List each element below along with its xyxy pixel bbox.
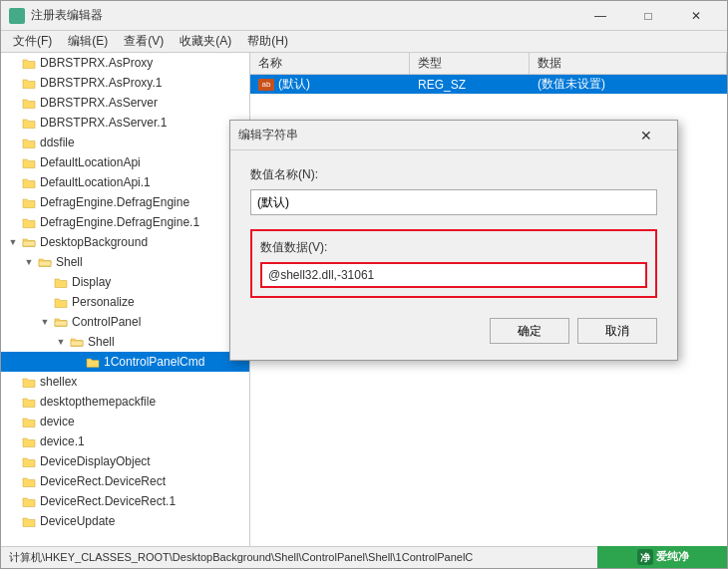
folder-icon: [21, 115, 37, 131]
menu-file[interactable]: 文件(F): [5, 31, 60, 52]
tree-expand-icon: [5, 194, 21, 210]
watermark: 净 爱纯净: [597, 546, 727, 568]
tree-item[interactable]: DeviceRect.DeviceRect.1: [1, 491, 249, 511]
tree-item-label: Display: [72, 275, 111, 289]
app-icon: [9, 8, 25, 24]
tree-item-label: DeviceRect.DeviceRect.1: [40, 494, 176, 508]
tree-item[interactable]: DeviceUpdate: [1, 511, 249, 531]
col-header-type: 类型: [410, 53, 530, 74]
folder-icon: [21, 75, 37, 91]
tree-item[interactable]: DeviceRect.DeviceRect: [1, 471, 249, 491]
tree-item-label: ddsfile: [40, 136, 75, 149]
tree-item[interactable]: device.1: [1, 431, 249, 451]
edit-string-dialog[interactable]: 编辑字符串 ✕ 数值名称(N): 数值数据(V): 确定 取消: [229, 120, 678, 361]
tree-item[interactable]: DBRSTPRX.AsServer: [1, 93, 249, 113]
tree-expand-icon: ▼: [53, 334, 69, 350]
folder-icon: [21, 493, 37, 509]
tree-expand-icon: [5, 95, 21, 111]
tree-item-label: Shell: [88, 335, 115, 349]
tree-item-label: DefaultLocationApi: [40, 155, 141, 169]
tree-item-label: device: [40, 415, 75, 428]
folder-icon: [21, 214, 37, 230]
dialog-close-button[interactable]: ✕: [623, 122, 669, 149]
tree-item[interactable]: ▼ControlPanel: [1, 312, 249, 332]
type-icon: ab: [258, 79, 274, 91]
close-button[interactable]: ✕: [673, 2, 719, 30]
tree-item[interactable]: ddsfile: [1, 133, 249, 152]
column-headers: 名称 类型 数据: [250, 53, 727, 75]
tree-item-label: DBRSTPRX.AsProxy.1: [40, 76, 162, 90]
tree-item[interactable]: DBRSTPRX.AsServer.1: [1, 113, 249, 133]
folder-icon: [53, 274, 69, 290]
tree-expand-icon: [5, 214, 21, 230]
folder-icon: [21, 513, 37, 529]
minimize-button[interactable]: —: [577, 2, 623, 30]
dialog-body: 数值名称(N): 数值数据(V): 确定 取消: [230, 150, 677, 360]
menu-bar: 文件(F) 编辑(E) 查看(V) 收藏夹(A) 帮助(H): [1, 31, 727, 53]
tree-expand-icon: [5, 115, 21, 131]
col-header-data: 数据: [530, 53, 727, 74]
reg-value-data: (数值未设置): [530, 76, 727, 93]
status-path: 计算机\HKEY_CLASSES_ROOT\DesktopBackground\…: [9, 550, 473, 565]
tree-item[interactable]: DefaultLocationApi.1: [1, 172, 249, 192]
tree-item[interactable]: DBRSTPRX.AsProxy.1: [1, 73, 249, 93]
svg-text:净: 净: [640, 552, 651, 563]
ok-button[interactable]: 确定: [490, 318, 569, 344]
tree-expand-icon: ▼: [37, 314, 53, 330]
tree-item[interactable]: DeviceDisplayObject: [1, 451, 249, 471]
tree-expand-icon: [5, 154, 21, 170]
tree-expand-icon: [5, 374, 21, 390]
menu-view[interactable]: 查看(V): [116, 31, 172, 52]
tree-expand-icon: [5, 55, 21, 71]
tree-expand-icon: [5, 473, 21, 489]
folder-icon: [21, 95, 37, 111]
tree-panel[interactable]: DBRSTPRX.AsProxyDBRSTPRX.AsProxy.1DBRSTP…: [1, 53, 250, 546]
cancel-button[interactable]: 取消: [577, 318, 657, 344]
data-input[interactable]: [260, 262, 647, 288]
tree-expand-icon: ▼: [5, 234, 21, 250]
tree-item[interactable]: 1ControlPanelCmd: [1, 352, 249, 372]
tree-item[interactable]: ▼Shell: [1, 332, 249, 352]
tree-item-label: Shell: [56, 255, 83, 269]
tree-item[interactable]: DBRSTPRX.AsProxy: [1, 53, 249, 73]
menu-help[interactable]: 帮助(H): [239, 31, 296, 52]
tree-expand-icon: [69, 354, 85, 370]
folder-icon: [21, 433, 37, 449]
tree-expand-icon: [5, 493, 21, 509]
name-input[interactable]: [250, 189, 657, 215]
reg-value-name: ab (默认): [250, 76, 410, 93]
tree-item-label: DBRSTPRX.AsServer: [40, 96, 158, 110]
tree-item[interactable]: ▼DesktopBackground: [1, 232, 249, 252]
tree-expand-icon: [5, 433, 21, 449]
window-title: 注册表编辑器: [31, 7, 577, 24]
menu-favorites[interactable]: 收藏夹(A): [172, 31, 239, 52]
tree-item[interactable]: desktopthemepackfile: [1, 392, 249, 412]
tree-item-label: shellex: [40, 375, 77, 389]
folder-icon: [21, 55, 37, 71]
tree-item[interactable]: shellex: [1, 372, 249, 392]
tree-item-label: DeviceDisplayObject: [40, 454, 151, 468]
svg-rect-3: [18, 17, 22, 21]
tree-item[interactable]: Personalize: [1, 292, 249, 312]
reg-value-type: REG_SZ: [410, 78, 530, 92]
dialog-title-bar: 编辑字符串 ✕: [230, 121, 677, 150]
maximize-button[interactable]: □: [625, 2, 671, 30]
tree-item[interactable]: DefragEngine.DefragEngine.1: [1, 212, 249, 232]
menu-edit[interactable]: 编辑(E): [60, 31, 116, 52]
tree-expand-icon: [5, 453, 21, 469]
tree-item[interactable]: device: [1, 412, 249, 431]
folder-icon: [21, 135, 37, 150]
tree-item[interactable]: ▼Shell: [1, 252, 249, 272]
folder-icon: [21, 394, 37, 410]
data-label: 数值数据(V):: [260, 239, 647, 256]
tree-item-label: DesktopBackground: [40, 235, 148, 249]
data-section: 数值数据(V):: [250, 229, 657, 298]
tree-item-label: DBRSTPRX.AsServer.1: [40, 116, 167, 130]
table-row[interactable]: ab (默认) REG_SZ (数值未设置): [250, 75, 727, 95]
tree-item[interactable]: Display: [1, 272, 249, 292]
tree-item[interactable]: DefragEngine.DefragEngine: [1, 192, 249, 212]
tree-item[interactable]: DefaultLocationApi: [1, 152, 249, 172]
folder-icon: [21, 154, 37, 170]
folder-icon: [69, 334, 85, 350]
folder-icon: [37, 254, 53, 270]
